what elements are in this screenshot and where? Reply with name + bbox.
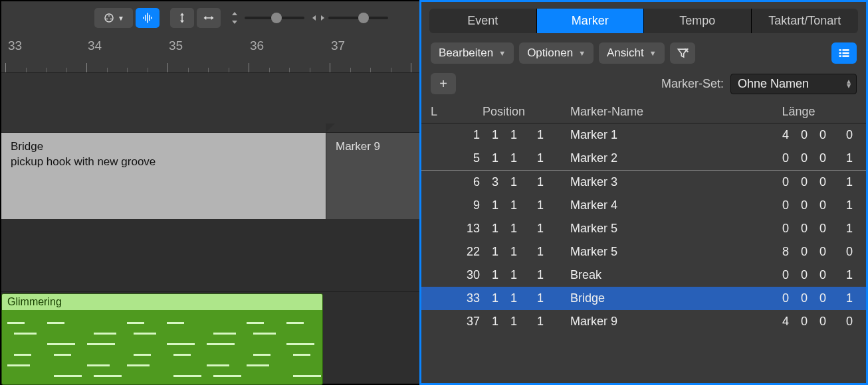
position-value[interactable]: 9 bbox=[461, 198, 480, 212]
position-value[interactable]: 1 bbox=[498, 198, 517, 212]
position-value[interactable]: 1 bbox=[498, 151, 517, 165]
marker-name-cell[interactable]: Break bbox=[557, 268, 740, 282]
position-value[interactable]: 22 bbox=[461, 245, 480, 259]
length-value[interactable]: 1 bbox=[826, 198, 853, 212]
length-value[interactable]: 0 bbox=[808, 198, 826, 212]
marker-name-cell[interactable]: Marker 1 bbox=[557, 128, 740, 142]
position-value[interactable]: 1 bbox=[480, 315, 498, 329]
length-value[interactable]: 0 bbox=[789, 291, 808, 305]
tab-event[interactable]: Event bbox=[429, 9, 537, 33]
marker-region-bridge[interactable]: Bridge pickup hook with new groove bbox=[1, 133, 326, 219]
position-value[interactable]: 1 bbox=[498, 315, 517, 329]
length-value[interactable]: 0 bbox=[770, 268, 789, 282]
length-value[interactable]: 0 bbox=[808, 245, 826, 259]
add-marker-button[interactable]: + bbox=[431, 73, 456, 94]
midi-region-glimmering[interactable]: Glimmering bbox=[1, 293, 323, 385]
position-value[interactable]: 1 bbox=[517, 151, 544, 165]
position-value[interactable]: 1 bbox=[498, 128, 517, 142]
length-value[interactable]: 0 bbox=[789, 151, 808, 165]
length-value[interactable]: 4 bbox=[770, 128, 789, 142]
length-value[interactable]: 0 bbox=[808, 128, 826, 142]
table-row[interactable]: 13111Marker 50001 bbox=[421, 217, 866, 240]
marker-name-cell[interactable]: Marker 3 bbox=[557, 175, 740, 189]
position-value[interactable]: 1 bbox=[498, 175, 517, 189]
length-value[interactable]: 0 bbox=[770, 175, 789, 189]
length-value[interactable]: 0 bbox=[808, 175, 826, 189]
position-value[interactable]: 1 bbox=[517, 291, 544, 305]
length-value[interactable]: 0 bbox=[789, 222, 808, 236]
edit-menu[interactable]: Bearbeiten ▼ bbox=[431, 42, 514, 64]
position-value[interactable]: 1 bbox=[480, 268, 498, 282]
position-value[interactable]: 1 bbox=[517, 315, 544, 329]
position-value[interactable]: 1 bbox=[498, 222, 517, 236]
table-row[interactable]: 6311Marker 30001 bbox=[421, 171, 866, 194]
marker-name-cell[interactable]: Marker 4 bbox=[557, 198, 740, 212]
position-value[interactable]: 3 bbox=[480, 175, 498, 189]
length-value[interactable]: 0 bbox=[770, 222, 789, 236]
length-value[interactable]: 0 bbox=[789, 268, 808, 282]
length-value[interactable]: 1 bbox=[826, 291, 853, 305]
waveform-tool-button[interactable] bbox=[136, 8, 160, 28]
table-row[interactable]: 5111Marker 20001 bbox=[421, 147, 866, 170]
length-value[interactable]: 1 bbox=[826, 151, 853, 165]
length-value[interactable]: 1 bbox=[826, 222, 853, 236]
length-value[interactable]: 0 bbox=[770, 198, 789, 212]
table-row[interactable]: 9111Marker 40001 bbox=[421, 194, 866, 217]
marker-name-cell[interactable]: Bridge bbox=[557, 291, 740, 305]
position-value[interactable]: 1 bbox=[480, 291, 498, 305]
table-row[interactable]: 30111Break0001 bbox=[421, 264, 866, 287]
position-value[interactable]: 1 bbox=[517, 222, 544, 236]
vertical-auto-zoom-button[interactable] bbox=[170, 8, 194, 28]
marker-name-cell[interactable]: Marker 2 bbox=[557, 151, 740, 165]
options-menu[interactable]: Optionen ▼ bbox=[519, 42, 594, 64]
position-value[interactable]: 1 bbox=[461, 128, 480, 142]
view-menu[interactable]: Ansicht ▼ bbox=[599, 42, 665, 64]
list-view-button[interactable] bbox=[831, 42, 857, 64]
arrange-area[interactable]: Bridge pickup hook with new groove Marke… bbox=[1, 73, 419, 384]
position-value[interactable]: 1 bbox=[498, 291, 517, 305]
length-value[interactable]: 0 bbox=[808, 268, 826, 282]
length-value[interactable]: 0 bbox=[808, 222, 826, 236]
col-name[interactable]: Marker-Name bbox=[557, 105, 740, 119]
position-value[interactable]: 30 bbox=[461, 268, 480, 282]
length-value[interactable]: 1 bbox=[826, 175, 853, 189]
position-value[interactable]: 1 bbox=[517, 128, 544, 142]
length-value[interactable]: 0 bbox=[826, 245, 853, 259]
length-value[interactable]: 0 bbox=[808, 151, 826, 165]
position-value[interactable]: 1 bbox=[498, 245, 517, 259]
length-value[interactable]: 0 bbox=[826, 128, 853, 142]
position-value[interactable]: 1 bbox=[480, 245, 498, 259]
table-row[interactable]: 1111Marker 14000 bbox=[421, 123, 866, 147]
tab-tempo[interactable]: Tempo bbox=[644, 9, 752, 33]
length-value[interactable]: 8 bbox=[770, 245, 789, 259]
vertical-zoom-slider[interactable] bbox=[229, 12, 304, 24]
horizontal-zoom-slider[interactable] bbox=[312, 13, 388, 23]
length-value[interactable]: 0 bbox=[770, 291, 789, 305]
position-value[interactable]: 1 bbox=[517, 245, 544, 259]
position-value[interactable]: 1 bbox=[517, 268, 544, 282]
position-value[interactable]: 33 bbox=[461, 291, 480, 305]
position-value[interactable]: 1 bbox=[480, 128, 498, 142]
length-value[interactable]: 0 bbox=[770, 151, 789, 165]
length-value[interactable]: 0 bbox=[808, 315, 826, 329]
tab-signature[interactable]: Taktart/Tonart bbox=[752, 9, 859, 33]
position-value[interactable]: 6 bbox=[461, 175, 480, 189]
length-value[interactable]: 1 bbox=[826, 268, 853, 282]
position-value[interactable]: 13 bbox=[461, 222, 480, 236]
length-value[interactable]: 0 bbox=[826, 315, 853, 329]
marker-name-cell[interactable]: Marker 5 bbox=[557, 222, 740, 236]
length-value[interactable]: 4 bbox=[770, 315, 789, 329]
position-value[interactable]: 37 bbox=[461, 315, 480, 329]
table-row[interactable]: 22111Marker 58000 bbox=[421, 240, 866, 264]
length-value[interactable]: 0 bbox=[789, 245, 808, 259]
marker-name-cell[interactable]: Marker 5 bbox=[557, 245, 740, 259]
col-L[interactable]: L bbox=[431, 105, 451, 119]
table-row[interactable]: 37111Marker 94000 bbox=[421, 310, 866, 333]
length-value[interactable]: 0 bbox=[789, 198, 808, 212]
tool-menu-button[interactable]: ▼ bbox=[94, 8, 133, 28]
filter-button[interactable] bbox=[670, 42, 695, 64]
position-value[interactable]: 1 bbox=[480, 151, 498, 165]
horizontal-auto-zoom-button[interactable] bbox=[197, 8, 221, 28]
col-position[interactable]: Position bbox=[451, 105, 557, 119]
position-value[interactable]: 1 bbox=[517, 175, 544, 189]
